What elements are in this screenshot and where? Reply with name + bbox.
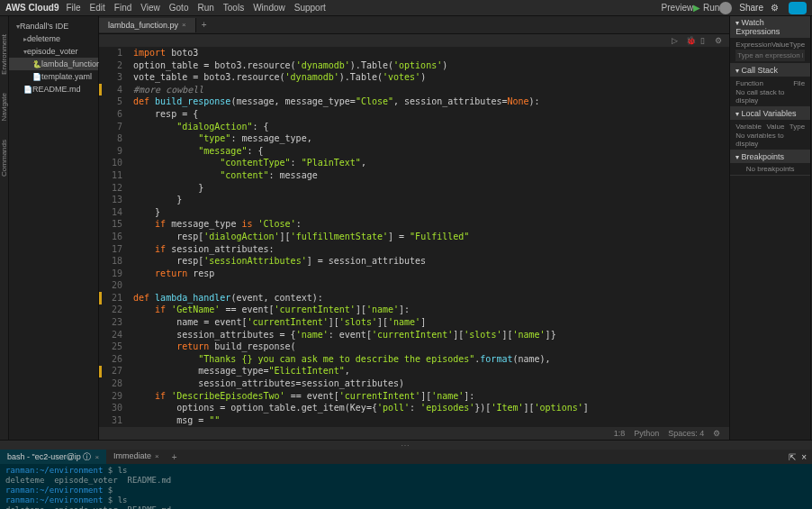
tree-item[interactable]: episode_voter (9, 45, 98, 58)
col-type: Type (789, 41, 805, 49)
breakpoints-msg: No breakpoints (735, 165, 805, 173)
menu-view[interactable]: View (140, 3, 160, 13)
resize-handle[interactable]: ⋯ (0, 441, 812, 450)
breakpoints-header[interactable]: Breakpoints (730, 150, 810, 163)
tab-label: lambda_function.py (108, 21, 178, 30)
close-icon[interactable]: × (155, 452, 159, 460)
menu-tools[interactable]: Tools (223, 3, 244, 13)
menu-run[interactable]: Run (197, 3, 213, 13)
terminal-tab[interactable]: Immediate× (106, 450, 167, 465)
gear-icon[interactable]: ⚙ (771, 3, 781, 14)
brand-label: AWS Cloud9 (5, 3, 59, 13)
menu-goto[interactable]: Goto (169, 3, 189, 13)
rail-environment[interactable]: Environment (0, 34, 8, 75)
share-button[interactable]: Share (739, 3, 763, 13)
terminal-tab[interactable]: bash - "ec2-user@ip ⓘ× (0, 450, 106, 465)
rail-navigate[interactable]: Navigate (0, 93, 8, 122)
watch-header[interactable]: Watch Expressions (730, 16, 810, 38)
tree-item[interactable]: README.md (9, 83, 98, 95)
code-editor[interactable]: 1234567891011121314151617181920212223242… (99, 47, 729, 427)
bug-icon[interactable]: 🐞 (686, 36, 695, 45)
tree-item[interactable]: lambda_function.py (9, 58, 98, 70)
add-terminal-button[interactable]: + (167, 452, 183, 462)
gear-icon[interactable]: ⚙ (715, 36, 724, 45)
file-tree: Randall's IDE deletemeepisode_voterlambd… (9, 16, 99, 440)
spaces-label[interactable]: Spaces: 4 (668, 429, 704, 438)
tree-item[interactable]: deleteme (9, 32, 98, 45)
popout-icon[interactable]: ⇱ (789, 452, 796, 462)
editor-tab[interactable]: lambda_function.py × (99, 18, 196, 32)
menu-support[interactable]: Support (294, 3, 326, 13)
editor-tab-bar: lambda_function.py × + (99, 16, 729, 34)
col-function: Function (735, 79, 763, 87)
avatar-icon[interactable] (719, 2, 732, 14)
locals-msg: No variables to display (735, 132, 805, 148)
bottom-panel: ⋯ bash - "ec2-user@ip ⓘ×Immediate× + ⇱ ×… (0, 440, 812, 509)
top-menu-bar: AWS Cloud9 FileEditFindViewGotoRunToolsW… (0, 0, 812, 16)
debug-panel: Watch Expressions Expression Value Type … (729, 16, 810, 440)
col-type: Type (789, 123, 805, 131)
menu-file[interactable]: File (66, 3, 80, 13)
left-rail: EnvironmentNavigateCommands (0, 16, 9, 440)
tree-item[interactable]: template.yaml (9, 70, 98, 83)
add-tab-button[interactable]: + (196, 20, 212, 30)
col-value: Value (766, 123, 784, 131)
close-icon[interactable]: × (801, 452, 807, 462)
gear-icon[interactable]: ⚙ (713, 429, 722, 438)
preview-button[interactable]: Preview (662, 3, 694, 13)
editor-area: lambda_function.py × + ▷ 🐞 ▯ ⚙ 123456789… (99, 16, 729, 440)
col-expression: Expression (735, 41, 771, 49)
close-icon[interactable]: × (182, 21, 186, 29)
menu-window[interactable]: Window (253, 3, 285, 13)
play-icon[interactable]: ▷ (672, 36, 681, 45)
close-icon[interactable]: × (95, 453, 99, 461)
menu-edit[interactable]: Edit (90, 3, 105, 13)
language-label[interactable]: Python (634, 429, 659, 438)
col-variable: Variable (735, 123, 762, 131)
callstack-header[interactable]: Call Stack (730, 64, 810, 77)
menu-find[interactable]: Find (114, 3, 131, 13)
rail-commands[interactable]: Commands (0, 140, 8, 177)
tree-root[interactable]: Randall's IDE (9, 20, 98, 32)
cursor-pos: 1:8 (614, 429, 626, 438)
callstack-msg: No call stack to display (735, 88, 805, 105)
bottom-tab-bar: bash - "ec2-user@ip ⓘ×Immediate× + ⇱ × (0, 450, 812, 464)
editor-status-bar: 1:8 Python Spaces: 4 ⚙ (99, 427, 729, 440)
col-value: Value (771, 41, 789, 49)
line-gutter: 1234567891011121314151617181920212223242… (99, 47, 128, 427)
run-button[interactable]: Run (693, 3, 719, 13)
watch-input[interactable] (735, 50, 805, 61)
cloud9-logo-icon[interactable] (789, 2, 807, 14)
editor-toolbar: ▷ 🐞 ▯ ⚙ (99, 34, 729, 47)
split-icon[interactable]: ▯ (700, 36, 709, 45)
terminal[interactable]: ranman:~/environment $ lsdeleteme episod… (0, 464, 812, 509)
locals-header[interactable]: Local Variables (730, 107, 810, 120)
col-file: File (793, 79, 805, 87)
code-content[interactable]: import boto3option_table = boto3.resourc… (128, 47, 729, 427)
